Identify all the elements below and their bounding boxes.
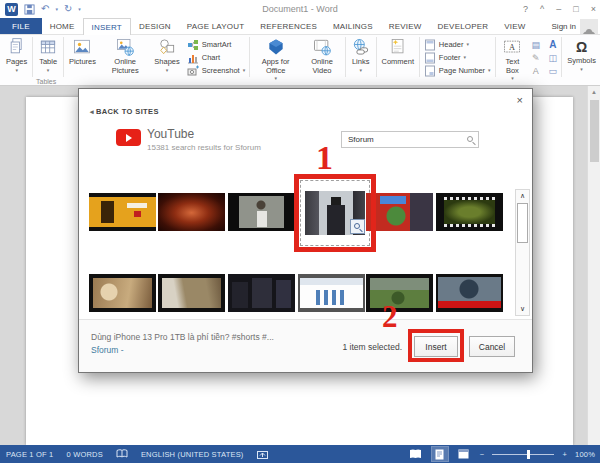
scrollbar-thumb[interactable]	[590, 100, 599, 162]
quick-parts-icon[interactable]: ▤	[528, 38, 543, 51]
screenshot-button[interactable]: Screenshot▾	[187, 64, 245, 77]
footer-button[interactable]: Footer▾	[424, 51, 491, 64]
page-indicator[interactable]: PAGE 1 OF 1	[6, 450, 54, 459]
tab-references[interactable]: REFERENCES	[252, 18, 325, 34]
zoom-in-icon[interactable]: +	[562, 450, 567, 459]
video-thumb-hands-circuit-board[interactable]	[366, 193, 433, 231]
annotation-box-step1	[294, 174, 376, 252]
symbols-button[interactable]: Ω Symbols▾	[563, 35, 600, 79]
video-thumb-webpage-bar-chart[interactable]	[298, 274, 365, 312]
tab-view[interactable]: VIEW	[496, 18, 533, 34]
video-thumb-filmstrip-pattern[interactable]	[436, 193, 503, 231]
page-number-button[interactable]: Page Number▾	[424, 64, 491, 77]
tab-file[interactable]: FILE	[0, 18, 42, 34]
zoom-slider-thumb[interactable]	[527, 450, 530, 459]
video-thumb-smartphones-dark[interactable]	[228, 274, 295, 312]
results-scrollbar[interactable]: ∧ ∨	[515, 189, 530, 316]
video-search-input[interactable]	[341, 131, 479, 148]
shapes-button[interactable]: Shapes▾	[150, 35, 183, 79]
selection-status-text: 1 item selected.	[304, 342, 402, 352]
dialog-close-icon[interactable]: ×	[517, 94, 523, 106]
back-arrow-icon: ◂	[90, 108, 94, 115]
back-to-sites-link[interactable]: ◂BACK TO SITES	[90, 107, 159, 116]
date-time-icon[interactable]: ◫	[545, 51, 560, 64]
pictures-button[interactable]: Pictures	[65, 35, 100, 79]
read-mode-icon[interactable]	[408, 447, 424, 461]
scroll-up-icon[interactable]: ∧	[516, 190, 529, 202]
tab-review[interactable]: REVIEW	[381, 18, 430, 34]
svg-text:A: A	[509, 43, 515, 52]
user-avatar-icon[interactable]	[580, 19, 598, 34]
cancel-button[interactable]: Cancel	[469, 336, 515, 357]
video-thumb-news-anchor-ticker[interactable]	[436, 274, 503, 312]
ribbon: Pages▾ Table▾ Pictures Online Pictures S…	[0, 35, 600, 86]
help-icon[interactable]: ?	[523, 4, 528, 14]
dropdown-caret-icon: ▾	[15, 68, 18, 73]
header-button[interactable]: Header▾	[424, 38, 491, 51]
scrollbar-thumb[interactable]	[517, 203, 528, 243]
video-thumb-presenter-gray[interactable]	[228, 193, 295, 231]
chart-icon	[187, 52, 199, 64]
tab-home[interactable]: HOME	[42, 18, 83, 34]
print-layout-icon[interactable]	[432, 447, 448, 461]
tab-insert[interactable]: INSERT	[83, 18, 131, 35]
dropdown-caret-icon: ▾	[464, 55, 467, 60]
tab-developer[interactable]: DEVELOPER	[430, 18, 497, 34]
video-thumb-forum-host-yellow[interactable]	[89, 193, 156, 231]
video-thumb-green-landscape-game[interactable]	[366, 274, 433, 312]
text-box-button[interactable]: A Text Box▾	[496, 35, 528, 79]
chart-button[interactable]: Chart	[187, 51, 245, 64]
language-indicator[interactable]: ENGLISH (UNITED STATES)	[141, 450, 244, 459]
macro-recording-icon[interactable]	[257, 449, 268, 459]
ribbon-display-options-icon[interactable]: ^	[540, 4, 544, 14]
dropdown-caret-icon: ▾	[511, 76, 514, 81]
search-icon[interactable]	[467, 136, 473, 142]
tab-page-layout[interactable]: PAGE LAYOUT	[179, 18, 252, 34]
zoom-slider[interactable]	[492, 454, 554, 455]
sign-in-link[interactable]: Sign in	[552, 18, 576, 35]
pages-button[interactable]: Pages▾	[2, 35, 31, 79]
text-box-icon: A	[502, 37, 522, 57]
table-button[interactable]: Table▾	[34, 35, 62, 79]
online-pictures-icon	[115, 37, 135, 57]
object-icon[interactable]: ▭	[545, 64, 560, 77]
zoom-level[interactable]: 100%	[575, 450, 595, 459]
apps-for-office-button[interactable]: Apps for Office▾	[251, 35, 300, 79]
links-button[interactable]: Links▾	[347, 35, 375, 79]
video-thumb-countertop-knife[interactable]	[158, 274, 225, 312]
comment-icon	[388, 37, 408, 57]
insert-video-dialog: × ◂BACK TO SITES YouTube 15381 search re…	[78, 88, 533, 373]
shapes-icon	[157, 37, 177, 57]
online-pictures-button[interactable]: Online Pictures	[100, 35, 150, 79]
maximize-icon[interactable]: □	[573, 4, 578, 14]
word-count[interactable]: 0 WORDS	[67, 450, 103, 459]
drop-cap-icon[interactable]: A	[528, 64, 543, 77]
video-thumb-workshop-hands[interactable]	[89, 274, 156, 312]
annotation-box-step2	[408, 329, 464, 362]
signature-line-icon[interactable]: ✎	[528, 51, 543, 64]
tab-design[interactable]: DESIGN	[131, 18, 179, 34]
youtube-logo-icon	[116, 129, 141, 146]
footer-icon	[424, 52, 436, 64]
smartart-icon	[187, 39, 199, 51]
wordart-icon[interactable]: A	[545, 38, 560, 51]
dropdown-caret-icon: ▾	[488, 68, 491, 73]
selected-video-channel-link[interactable]: Sforum -	[91, 345, 124, 355]
proofing-icon[interactable]	[116, 449, 128, 459]
close-window-icon[interactable]: ×	[591, 4, 596, 14]
tab-mailings[interactable]: MAILINGS	[325, 18, 381, 34]
text-group-mini-buttons: ▤ A ✎ ◫ A ▭	[528, 35, 560, 79]
online-video-button[interactable]: Online Video	[300, 35, 344, 79]
document-scrollbar[interactable]: ▲	[587, 86, 600, 445]
dropdown-caret-icon: ▾	[243, 68, 246, 73]
scroll-up-icon[interactable]: ▲	[588, 86, 600, 95]
online-video-icon	[312, 37, 332, 57]
web-layout-icon[interactable]	[456, 447, 472, 461]
scroll-down-icon[interactable]: ∨	[516, 303, 529, 315]
video-thumb-movie-title-flames[interactable]	[158, 193, 225, 231]
zoom-out-icon[interactable]: −	[480, 450, 485, 459]
table-icon	[38, 37, 58, 57]
comment-button[interactable]: Comment	[377, 35, 418, 79]
minimize-icon[interactable]: –	[556, 4, 561, 14]
smartart-button[interactable]: SmartArt	[187, 38, 245, 51]
